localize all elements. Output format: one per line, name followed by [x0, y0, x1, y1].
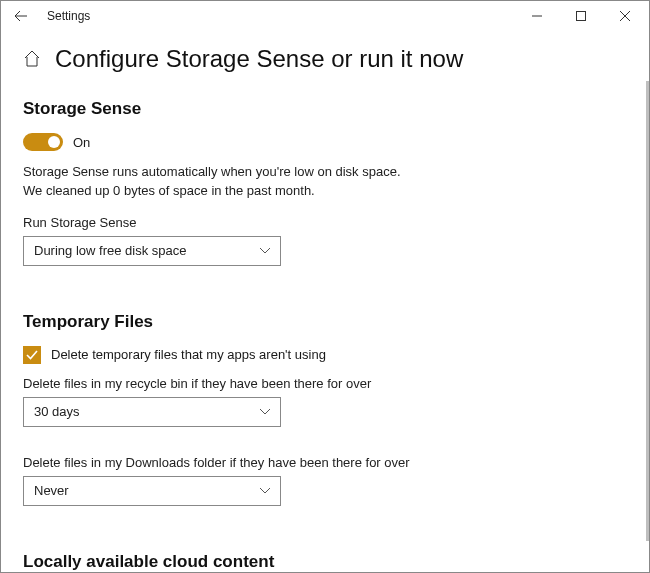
window-title: Settings: [47, 9, 90, 23]
cloud-heading: Locally available cloud content: [23, 552, 624, 572]
storage-sense-heading: Storage Sense: [23, 99, 624, 119]
delete-temp-files-label: Delete temporary files that my apps aren…: [51, 347, 326, 362]
check-icon: [26, 349, 38, 361]
temporary-files-heading: Temporary Files: [23, 312, 624, 332]
arrow-left-icon: [14, 9, 28, 23]
chevron-down-icon: [260, 248, 270, 254]
recycle-bin-label: Delete files in my recycle bin if they h…: [23, 376, 624, 391]
desc-line-2: We cleaned up 0 bytes of space in the pa…: [23, 182, 624, 201]
storage-sense-toggle[interactable]: [23, 133, 63, 151]
maximize-button[interactable]: [559, 1, 603, 31]
dropdown-value: 30 days: [34, 404, 80, 419]
titlebar: Settings: [1, 1, 649, 31]
downloads-dropdown[interactable]: Never: [23, 476, 281, 506]
close-button[interactable]: [603, 1, 647, 31]
dropdown-value: Never: [34, 483, 69, 498]
desc-line-1: Storage Sense runs automatically when yo…: [23, 163, 624, 182]
minimize-icon: [532, 11, 542, 21]
delete-temp-files-checkbox[interactable]: [23, 346, 41, 364]
back-button[interactable]: [7, 2, 35, 30]
home-icon[interactable]: [23, 50, 41, 68]
chevron-down-icon: [260, 409, 270, 415]
page-title: Configure Storage Sense or run it now: [55, 45, 463, 73]
close-icon: [620, 11, 630, 21]
run-storage-sense-label: Run Storage Sense: [23, 215, 624, 230]
toggle-label: On: [73, 135, 90, 150]
content-area: Configure Storage Sense or run it now St…: [1, 31, 646, 572]
minimize-button[interactable]: [515, 1, 559, 31]
run-storage-sense-dropdown[interactable]: During low free disk space: [23, 236, 281, 266]
maximize-icon: [576, 11, 586, 21]
dropdown-value: During low free disk space: [34, 243, 186, 258]
downloads-label: Delete files in my Downloads folder if t…: [23, 455, 624, 470]
scrollbar[interactable]: [646, 81, 649, 541]
chevron-down-icon: [260, 488, 270, 494]
recycle-bin-dropdown[interactable]: 30 days: [23, 397, 281, 427]
svg-rect-0: [577, 12, 586, 21]
storage-sense-description: Storage Sense runs automatically when yo…: [23, 163, 624, 201]
